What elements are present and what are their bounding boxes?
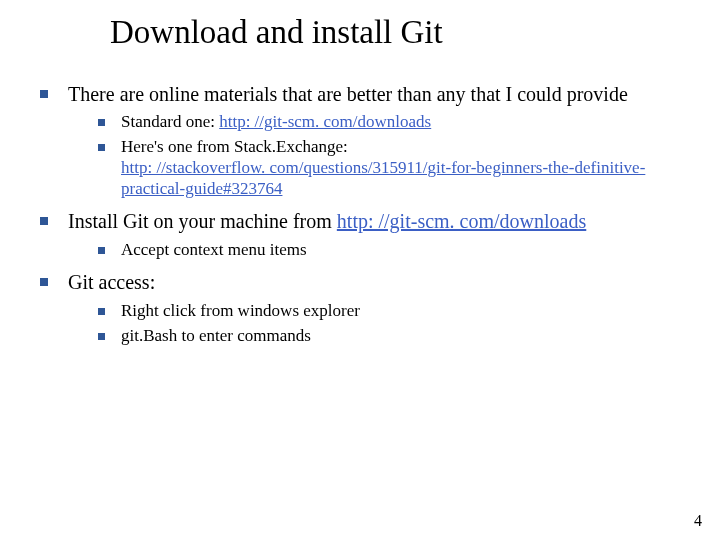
bullet-text: Install Git on your machine from http: /… (68, 209, 586, 233)
square-bullet-icon (98, 144, 105, 151)
square-bullet-icon (98, 333, 105, 340)
text-run: Install Git on your machine from (68, 210, 337, 232)
text-run: Standard one: (121, 112, 219, 131)
sub-bullet-text: Accept context menu items (121, 240, 307, 261)
square-bullet-icon (98, 247, 105, 254)
bullet-text: There are online materials that are bett… (68, 82, 628, 106)
sub-bullet-item: Accept context menu items (98, 240, 680, 261)
square-bullet-icon (98, 119, 105, 126)
sub-bullet-item: Standard one: http: //git-scm. com/downl… (98, 112, 680, 133)
sub-bullet-group: Standard one: http: //git-scm. com/downl… (98, 112, 680, 199)
sub-bullet-text: Right click from windows explorer (121, 301, 360, 322)
sub-bullet-item: git.Bash to enter commands (98, 326, 680, 347)
square-bullet-icon (98, 308, 105, 315)
square-bullet-icon (40, 217, 48, 225)
sub-bullet-text: Standard one: http: //git-scm. com/downl… (121, 112, 431, 133)
sub-bullet-group: Right click from windows explorer git.Ba… (98, 301, 680, 346)
bullet-item: Install Git on your machine from http: /… (40, 209, 680, 233)
square-bullet-icon (40, 278, 48, 286)
sub-bullet-item: Right click from windows explorer (98, 301, 680, 322)
hyperlink[interactable]: http: //git-scm. com/downloads (337, 210, 586, 232)
bullet-text: Git access: (68, 270, 155, 294)
slide-body: There are online materials that are bett… (40, 82, 680, 356)
page-number: 4 (694, 512, 702, 530)
sub-bullet-text: git.Bash to enter commands (121, 326, 311, 347)
square-bullet-icon (40, 90, 48, 98)
hyperlink[interactable]: http: //stackoverflow. com/questions/315… (121, 158, 645, 198)
sub-bullet-group: Accept context menu items (98, 240, 680, 261)
bullet-item: There are online materials that are bett… (40, 82, 680, 106)
sub-bullet-item: Here's one from Stack.Exchange: http: //… (98, 137, 680, 199)
bullet-item: Git access: (40, 270, 680, 294)
hyperlink[interactable]: http: //git-scm. com/downloads (219, 112, 431, 131)
slide-title: Download and install Git (110, 14, 443, 51)
slide: Download and install Git There are onlin… (0, 0, 720, 540)
sub-bullet-text: Here's one from Stack.Exchange: http: //… (121, 137, 680, 199)
text-run: Here's one from Stack.Exchange: (121, 137, 348, 156)
